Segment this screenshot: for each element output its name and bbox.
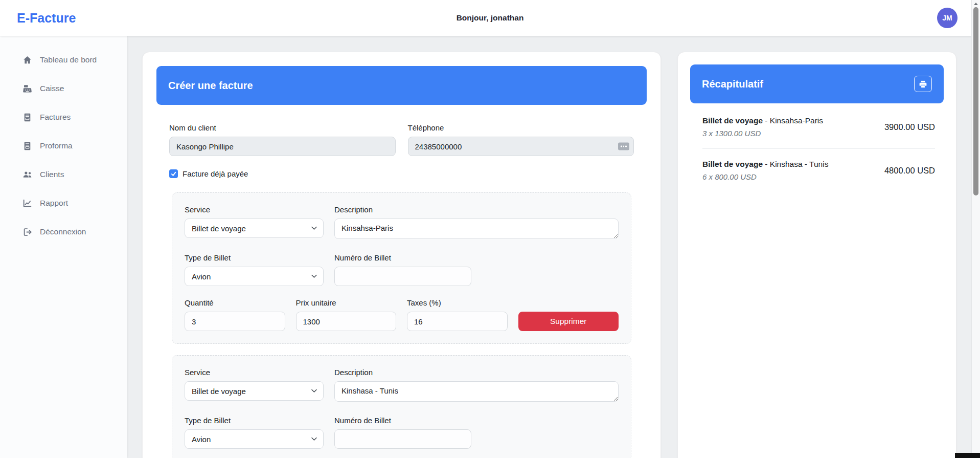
description-textarea[interactable]: Kinsahsa-Paris <box>334 219 619 239</box>
file-invoice-icon <box>22 141 32 151</box>
summary-item: Billet de voyage - Kinshasa - Tunis 6 x … <box>702 149 935 192</box>
sidebar-item-label: Proforma <box>40 141 73 150</box>
summary-item-amount: 4800.00 USD <box>884 166 935 176</box>
screen-corner-artifact <box>955 453 980 458</box>
ticket-type-select[interactable]: Avion <box>185 429 324 449</box>
summary-item-breakdown: 6 x 800.00 USD <box>702 172 878 181</box>
sidebar-item-label: Tableau de bord <box>40 55 97 64</box>
ticket-number-label: Numéro de Billet <box>334 253 471 262</box>
sidebar-item-factures[interactable]: Factures <box>0 107 127 127</box>
invoice-form: Nom du client Téléphone Fact <box>156 105 647 178</box>
ticket-number-input[interactable] <box>334 267 471 286</box>
ticket-type-select[interactable]: Avion <box>185 267 324 286</box>
summary-item-detail: - Kinshasa - Tunis <box>765 160 828 168</box>
brand-logo[interactable]: E-Facture <box>17 0 76 36</box>
ticket-number-label: Numéro de Billet <box>334 416 471 425</box>
phone-label: Téléphone <box>408 123 634 132</box>
chevron-down-icon <box>311 227 317 230</box>
file-invoice-icon <box>22 112 32 122</box>
sidebar-item-label: Rapport <box>40 199 68 208</box>
paid-checkbox[interactable] <box>169 169 178 178</box>
summary-item-name: Billet de voyage <box>702 116 763 125</box>
summary-item-detail: - Kinsahsa-Paris <box>765 116 823 125</box>
summary-item-name: Billet de voyage <box>702 160 763 168</box>
service-select-value: Billet de voyage <box>192 387 246 396</box>
sidebar-item-tableau-de-bord[interactable]: Tableau de bord <box>0 50 127 70</box>
sidebar-item-deconnexion[interactable]: Déconnexion <box>0 222 127 242</box>
scrollbar-up-arrow-icon[interactable] <box>974 3 978 5</box>
taxes-input[interactable] <box>407 312 508 331</box>
unit-price-label: Prix unitaire <box>296 298 397 307</box>
ticket-type-select-value: Avion <box>192 435 211 444</box>
ticket-type-label: Type de Billet <box>185 416 324 425</box>
client-name-label: Nom du client <box>169 123 396 132</box>
sidebar-item-label: Clients <box>40 170 64 179</box>
autofill-dots-icon[interactable] <box>618 143 629 150</box>
ticket-number-input[interactable] <box>334 429 471 449</box>
summary-title: Récapitulatif <box>702 78 763 90</box>
app-header: E-Facture Bonjour, jonathan JM <box>0 0 980 36</box>
summary-item: Billet de voyage - Kinsahsa-Paris 3 x 13… <box>702 105 935 149</box>
summary-items: Billet de voyage - Kinsahsa-Paris 3 x 13… <box>690 103 944 192</box>
client-name-input[interactable] <box>169 137 396 156</box>
create-invoice-card: Créer une facture Nom du client Téléphon… <box>142 52 661 458</box>
sidebar-item-label: Caisse <box>40 84 64 93</box>
user-greeting: Bonjour, jonathan <box>457 0 524 36</box>
summary-card: Récapitulatif Billet de voyage - Kinsahs… <box>677 52 956 458</box>
service-select[interactable]: Billet de voyage <box>185 219 324 238</box>
quantity-input[interactable] <box>185 312 285 331</box>
summary-item-amount: 3900.00 USD <box>884 122 935 132</box>
sidebar-item-label: Factures <box>40 113 71 122</box>
chevron-down-icon <box>311 275 317 278</box>
paid-checkbox-row[interactable]: Facture déjà payée <box>169 169 634 178</box>
page-scrollbar[interactable] <box>971 0 980 458</box>
sidebar-item-clients[interactable]: Clients <box>0 164 127 185</box>
check-icon <box>171 171 176 177</box>
service-block-2: Service Billet de voyage Description Kin… <box>172 355 631 458</box>
description-label: Description <box>334 205 619 214</box>
service-label: Service <box>185 368 324 377</box>
phone-input[interactable] <box>408 137 634 156</box>
create-invoice-header: Créer une facture <box>156 66 647 105</box>
sidebar-item-caisse[interactable]: Caisse <box>0 78 127 99</box>
content-area: Créer une facture Nom du client Téléphon… <box>127 36 971 458</box>
description-textarea[interactable]: Kinshasa - Tunis <box>334 381 619 402</box>
chart-line-icon <box>22 198 32 208</box>
summary-item-breakdown: 3 x 1300.00 USD <box>702 129 878 138</box>
users-icon <box>22 169 32 180</box>
print-button[interactable] <box>914 76 932 92</box>
ticket-type-select-value: Avion <box>192 272 211 281</box>
printer-icon <box>919 80 927 89</box>
sign-out-icon <box>22 227 32 237</box>
scrollbar-thumb[interactable] <box>973 7 978 195</box>
page-title: Créer une facture <box>168 80 253 92</box>
sidebar-item-label: Déconnexion <box>40 227 86 236</box>
service-block-1: Service Billet de voyage Description Kin… <box>172 192 631 344</box>
avatar[interactable]: JM <box>937 8 958 28</box>
paid-checkbox-label: Facture déjà payée <box>183 169 248 178</box>
service-label: Service <box>185 205 324 214</box>
sidebar-item-rapport[interactable]: Rapport <box>0 193 127 213</box>
description-label: Description <box>334 368 619 377</box>
chevron-down-icon <box>311 389 317 393</box>
summary-header: Récapitulatif <box>690 64 944 103</box>
quantity-label: Quantité <box>185 298 285 307</box>
home-icon <box>22 55 32 65</box>
service-select[interactable]: Billet de voyage <box>185 381 324 401</box>
sidebar: Tableau de bord Caisse Factures <box>0 36 127 458</box>
service-select-value: Billet de voyage <box>192 224 246 233</box>
unit-price-input[interactable] <box>296 312 397 331</box>
ticket-type-label: Type de Billet <box>185 253 324 262</box>
cash-register-icon <box>22 83 32 94</box>
sidebar-item-proforma[interactable]: Proforma <box>0 136 127 156</box>
delete-service-button[interactable]: Supprimer <box>518 312 619 331</box>
taxes-label: Taxes (%) <box>407 298 508 307</box>
chevron-down-icon <box>311 438 317 441</box>
